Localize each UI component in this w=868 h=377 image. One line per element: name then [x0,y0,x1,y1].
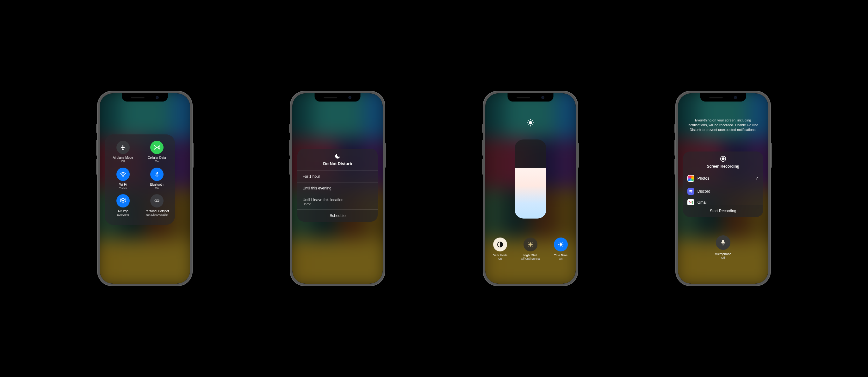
side-button [289,124,290,133]
side-button [289,159,290,175]
side-button [482,124,483,133]
wifi-tile[interactable]: Wi-Fi Tucks [106,168,140,194]
side-button [96,140,97,156]
dnd-option-1hour[interactable]: For 1 hour [297,171,378,182]
cellular-icon [150,141,163,154]
screen-recording-title: Screen Recording [683,164,763,168]
notch [122,93,168,101]
microphone-tile[interactable]: Microphone Off [678,235,768,260]
side-button [578,143,579,168]
airdrop-label: AirDrop [118,209,128,213]
dnd-option-label: Until I leave this location [302,198,373,202]
bluetooth-tile[interactable]: Bluetooth On [140,168,174,194]
moon-icon [334,153,341,159]
airdrop-icon [116,194,130,208]
side-button [193,143,194,168]
microphone-sub: Off [721,256,725,260]
bluetooth-sub: On [155,187,159,190]
dnd-platter: Do Not Disturb For 1 hour Until this eve… [297,149,378,222]
hotspot-icon [150,194,163,208]
side-button [96,124,97,133]
brightness-fill [515,168,546,219]
true-tone-tile[interactable]: True Tone On [550,238,571,260]
airdrop-sub: Everyone [117,213,129,217]
night-shift-icon [524,238,537,251]
true-tone-label: True Tone [554,254,567,257]
side-button [482,140,483,156]
true-tone-sub: On [559,257,562,260]
cellular-data-tile[interactable]: Cellular Data On [140,141,174,168]
airplane-label: Airplane Mode [113,156,133,160]
connectivity-platter[interactable]: Airplane Mode Off Cellular Data On [105,134,175,225]
svg-point-1 [123,176,123,176]
svg-point-8 [560,244,562,246]
phone-4-screen-recording: Everything on your screen, including not… [675,91,771,286]
airplane-icon [116,141,130,154]
dnd-option-label: Until this evening [302,186,373,190]
true-tone-icon [554,238,568,251]
display-options-row: Dark Mode On Night Shift Off Until Sunse… [485,238,576,260]
hotspot-sub: Not Discoverable [146,213,168,217]
screen-recording-platter: Screen Recording Photos ✓ Discord [683,152,763,217]
airplane-mode-tile[interactable]: Airplane Mode Off [106,141,140,168]
start-recording-button[interactable]: Start Recording [683,205,763,217]
dnd-schedule-button[interactable]: Schedule [297,210,378,222]
svg-point-10 [722,158,724,160]
side-button [674,159,675,175]
side-button [96,159,97,175]
wifi-icon [116,168,130,181]
microphone-label: Microphone [715,252,731,256]
app-row-gmail[interactable]: Gmail [683,198,763,205]
notch [315,93,361,101]
side-button [482,159,483,175]
svg-rect-11 [722,240,724,243]
dark-mode-label: Dark Mode [493,254,507,257]
svg-point-3 [155,200,157,202]
night-shift-sub: Off Until Sunset [521,257,540,260]
app-name: Photos [698,176,752,181]
notch [507,93,553,101]
dark-mode-icon [493,238,507,251]
side-button [289,140,290,156]
notch [700,93,746,101]
phone-2-dnd: Do Not Disturb For 1 hour Until this eve… [290,91,385,286]
bluetooth-label: Bluetooth [150,183,163,187]
airdrop-tile[interactable]: AirDrop Everyone [106,194,140,221]
side-button [674,140,675,156]
microphone-icon [716,235,731,250]
dnd-option-evening[interactable]: Until this evening [297,183,378,194]
bluetooth-icon [150,168,163,181]
check-icon: ✓ [755,176,759,181]
brightness-slider[interactable] [515,139,546,219]
dnd-option-location[interactable]: Until I leave this location Home [297,194,378,209]
dark-mode-sub: On [498,257,502,260]
app-name: Discord [698,189,759,194]
hotspot-tile[interactable]: Personal Hotspot Not Discoverable [140,194,174,221]
screen-recording-description: Everything on your screen, including not… [686,118,760,132]
hotspot-label: Personal Hotspot [145,209,169,213]
svg-point-4 [157,200,159,202]
app-row-discord[interactable]: Discord [683,185,763,198]
night-shift-tile[interactable]: Night Shift Off Until Sunset [520,238,541,260]
svg-point-2 [122,200,124,201]
svg-point-0 [156,147,157,148]
record-icon [720,155,726,162]
dark-mode-tile[interactable]: Dark Mode On [489,238,511,260]
airplane-sub: Off [121,160,125,163]
sun-icon [526,119,535,127]
gmail-app-icon [687,199,694,205]
svg-point-7 [529,244,531,246]
photos-app-icon [687,175,694,182]
phone-3-brightness: Dark Mode On Night Shift Off Until Sunse… [483,91,578,286]
side-button [674,124,675,133]
phone-1-connectivity: Airplane Mode Off Cellular Data On [97,91,193,286]
dnd-header: Do Not Disturb [297,149,378,170]
discord-app-icon [687,188,694,195]
cellular-sub: On [155,160,159,163]
dnd-option-label: For 1 hour [302,174,373,179]
wifi-label: Wi-Fi [119,183,127,187]
dnd-option-sub: Home [302,202,373,206]
app-row-photos[interactable]: Photos ✓ [683,172,763,185]
side-button [771,143,772,168]
app-name: Gmail [698,200,759,205]
